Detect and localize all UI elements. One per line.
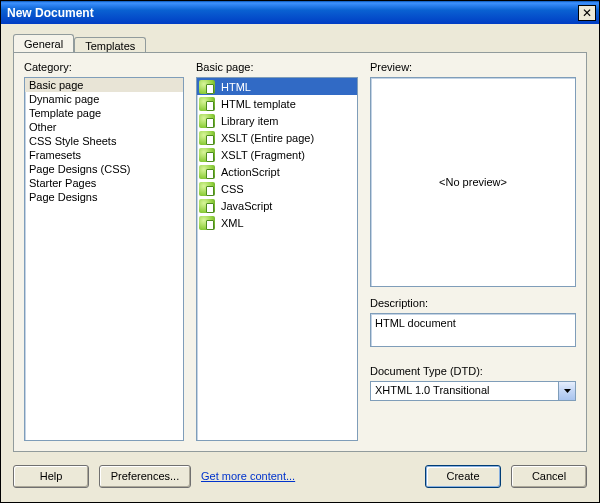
basic-page-item-label: HTML (219, 80, 253, 94)
category-label: Category: (24, 61, 184, 73)
doctype-label: Document Type (DTD): (370, 365, 576, 377)
basic-page-item[interactable]: ActionScript (197, 163, 357, 180)
basic-page-list[interactable]: HTMLHTML templateLibrary itemXSLT (Entir… (196, 77, 358, 441)
preferences-button-label: Preferences... (111, 470, 179, 482)
file-icon (199, 165, 215, 179)
get-more-content-link[interactable]: Get more content... (201, 470, 295, 482)
doctype-value: XHTML 1.0 Transitional (371, 382, 558, 400)
basic-page-item[interactable]: CSS (197, 180, 357, 197)
chevron-down-icon (558, 382, 575, 400)
new-document-dialog: New Document ✕ General Templates Categor… (0, 0, 600, 503)
basic-page-column: Basic page: HTMLHTML templateLibrary ite… (196, 61, 358, 441)
category-item[interactable]: Basic page (25, 78, 183, 92)
basic-page-item[interactable]: HTML template (197, 95, 357, 112)
basic-page-item-label: CSS (219, 182, 246, 196)
file-icon (199, 148, 215, 162)
basic-page-item[interactable]: XSLT (Entire page) (197, 129, 357, 146)
right-column: Preview: <No preview> Description: HTML … (370, 61, 576, 441)
basic-page-item[interactable]: XSLT (Fragment) (197, 146, 357, 163)
tab-general-label: General (24, 38, 63, 50)
basic-page-item-label: XSLT (Fragment) (219, 148, 307, 162)
category-list[interactable]: Basic pageDynamic pageTemplate pageOther… (24, 77, 184, 441)
category-item[interactable]: Framesets (25, 148, 183, 162)
button-bar: Help Preferences... Get more content... … (13, 462, 587, 490)
basic-page-label: Basic page: (196, 61, 358, 73)
basic-page-item-label: HTML template (219, 97, 298, 111)
file-icon (199, 216, 215, 230)
category-item[interactable]: Template page (25, 106, 183, 120)
category-item[interactable]: Page Designs (CSS) (25, 162, 183, 176)
file-icon (199, 199, 215, 213)
basic-page-item-label: XSLT (Entire page) (219, 131, 316, 145)
help-button-label: Help (40, 470, 63, 482)
preview-text: <No preview> (439, 176, 507, 188)
file-icon (199, 114, 215, 128)
preview-label: Preview: (370, 61, 576, 73)
description-text: HTML document (375, 317, 456, 329)
preferences-button[interactable]: Preferences... (99, 465, 191, 488)
tab-panel-general: Category: Basic pageDynamic pageTemplate… (13, 52, 587, 452)
description-label: Description: (370, 297, 576, 309)
create-button[interactable]: Create (425, 465, 501, 488)
file-icon (199, 182, 215, 196)
category-item[interactable]: Other (25, 120, 183, 134)
category-column: Category: Basic pageDynamic pageTemplate… (24, 61, 184, 441)
basic-page-item-label: Library item (219, 114, 280, 128)
cancel-button-label: Cancel (532, 470, 566, 482)
file-icon (199, 80, 215, 94)
close-icon: ✕ (582, 7, 592, 19)
preview-box: <No preview> (370, 77, 576, 287)
tab-templates-label: Templates (85, 40, 135, 52)
basic-page-item[interactable]: HTML (197, 78, 357, 95)
description-box: HTML document (370, 313, 576, 347)
basic-page-item-label: ActionScript (219, 165, 282, 179)
close-button[interactable]: ✕ (578, 5, 596, 21)
window-title: New Document (7, 6, 94, 20)
file-icon (199, 97, 215, 111)
get-more-content-label: Get more content... (201, 470, 295, 482)
create-button-label: Create (446, 470, 479, 482)
titlebar: New Document ✕ (1, 1, 599, 24)
category-item[interactable]: Starter Pages (25, 176, 183, 190)
category-item[interactable]: Page Designs (25, 190, 183, 204)
cancel-button[interactable]: Cancel (511, 465, 587, 488)
file-icon (199, 131, 215, 145)
svg-marker-0 (564, 389, 571, 393)
basic-page-item[interactable]: JavaScript (197, 197, 357, 214)
help-button[interactable]: Help (13, 465, 89, 488)
doctype-select[interactable]: XHTML 1.0 Transitional (370, 381, 576, 401)
basic-page-item[interactable]: Library item (197, 112, 357, 129)
category-item[interactable]: Dynamic page (25, 92, 183, 106)
tabstrip: General Templates (13, 32, 146, 52)
basic-page-item-label: XML (219, 216, 246, 230)
client-area: General Templates Category: Basic pageDy… (1, 24, 599, 502)
basic-page-item-label: JavaScript (219, 199, 274, 213)
category-item[interactable]: CSS Style Sheets (25, 134, 183, 148)
tab-general[interactable]: General (13, 34, 74, 53)
basic-page-item[interactable]: XML (197, 214, 357, 231)
